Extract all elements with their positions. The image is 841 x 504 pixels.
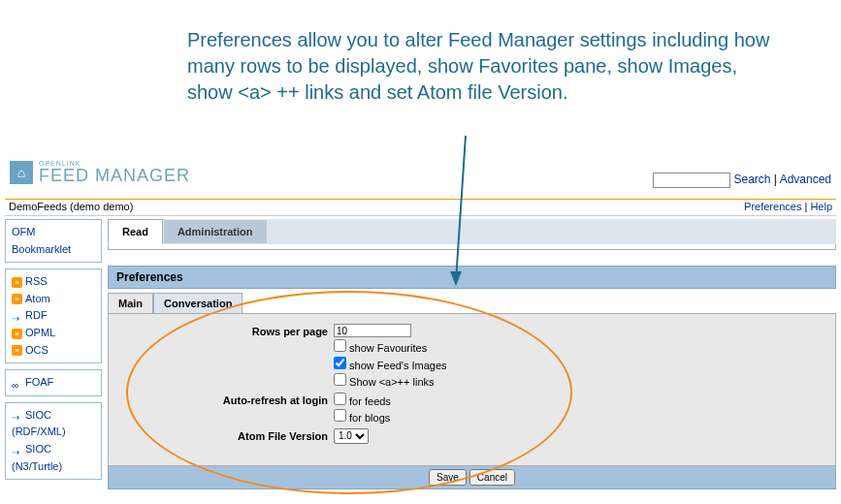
- logo-icon: ⌂: [10, 161, 33, 184]
- for-feeds-option[interactable]: for feeds: [334, 393, 824, 410]
- sioc-box: ⇢SIOC (RDF/XML) ⇢SIOC (N3/Turtle): [5, 402, 102, 480]
- buttons-bar: Save Cancel: [108, 466, 836, 489]
- foaf-box: ∞FOAF: [5, 369, 102, 396]
- ofm-bookmarklet-link[interactable]: OFM Bookmarklet: [12, 224, 95, 258]
- tab-administration[interactable]: Administration: [163, 219, 268, 244]
- show-favourites-checkbox[interactable]: [334, 339, 346, 352]
- sidebar-atom[interactable]: »Atom: [12, 291, 95, 308]
- atom-version-label: Atom File Version: [120, 428, 334, 442]
- for-blogs-option[interactable]: for blogs: [334, 409, 824, 426]
- sidebar-opml[interactable]: »OPML: [12, 325, 95, 342]
- show-alinks-checkbox[interactable]: [334, 373, 346, 386]
- sidebar: OFM Bookmarklet »RSS »Atom ⇢RDF »OPML »O…: [5, 219, 102, 504]
- auto-refresh-label: Auto-refresh at login: [120, 393, 334, 406]
- show-alinks-option[interactable]: Show <a>++ links: [334, 373, 824, 391]
- search-area: Search | Advanced: [653, 173, 831, 188]
- rows-per-page-input[interactable]: [334, 324, 411, 337]
- sidebar-rss[interactable]: »RSS: [12, 273, 95, 291]
- main-area: Read Administration Preferences Main Con…: [108, 219, 836, 504]
- annotation-text: Preferences allow you to alter Feed Mana…: [187, 27, 779, 106]
- preferences-header: Preferences: [108, 266, 836, 289]
- rows-per-page-label: Rows per page: [120, 324, 334, 337]
- feed-icon: »: [12, 294, 22, 304]
- save-button[interactable]: Save: [429, 469, 467, 486]
- show-favourites-option[interactable]: show Favourites: [334, 339, 824, 357]
- show-images-option[interactable]: show Feed's Images: [334, 357, 824, 374]
- feed-icon: »: [12, 277, 22, 288]
- share-icon: ⇢: [12, 445, 22, 456]
- share-icon: ⇢: [12, 311, 22, 322]
- user-label: DemoFeeds (demo demo): [9, 201, 133, 212]
- feed-formats-box: »RSS »Atom ⇢RDF »OPML »OCS: [5, 268, 102, 363]
- preferences-form: Rows per page show Favourites show Feed'…: [108, 313, 836, 466]
- main-tabs: Read Administration: [108, 219, 836, 244]
- sidebar-foaf[interactable]: ∞FOAF: [12, 374, 95, 392]
- cancel-button[interactable]: Cancel: [469, 469, 515, 486]
- search-input[interactable]: [653, 173, 730, 188]
- share-icon: ⇢: [12, 410, 22, 421]
- tab-read[interactable]: Read: [108, 219, 163, 244]
- help-link[interactable]: Help: [810, 201, 832, 212]
- sidebar-rdf[interactable]: ⇢RDF: [12, 307, 95, 325]
- for-feeds-checkbox[interactable]: [334, 393, 346, 405]
- sidebar-sioc-n3[interactable]: ⇢SIOC (N3/Turtle): [12, 441, 95, 475]
- bookmarklet-box: OFM Bookmarklet: [5, 219, 102, 263]
- feed-icon: »: [12, 345, 22, 356]
- sidebar-ocs[interactable]: »OCS: [12, 342, 95, 360]
- feed-icon: »: [12, 329, 22, 339]
- foaf-icon: ∞: [12, 378, 22, 389]
- subtab-main[interactable]: Main: [108, 293, 153, 313]
- advanced-link[interactable]: Advanced: [780, 173, 831, 186]
- show-images-checkbox[interactable]: [334, 357, 346, 369]
- atom-version-select[interactable]: 1.0: [334, 428, 369, 444]
- sidebar-sioc-rdf[interactable]: ⇢SIOC (RDF/XML): [12, 407, 95, 441]
- logo-title: FEED MANAGER: [39, 167, 190, 184]
- subtab-conversation[interactable]: Conversation: [153, 293, 243, 313]
- search-link[interactable]: Search: [733, 173, 770, 186]
- preferences-link[interactable]: Preferences: [744, 201, 801, 212]
- for-blogs-checkbox[interactable]: [334, 409, 346, 422]
- sub-tabs: Main Conversation: [108, 293, 836, 313]
